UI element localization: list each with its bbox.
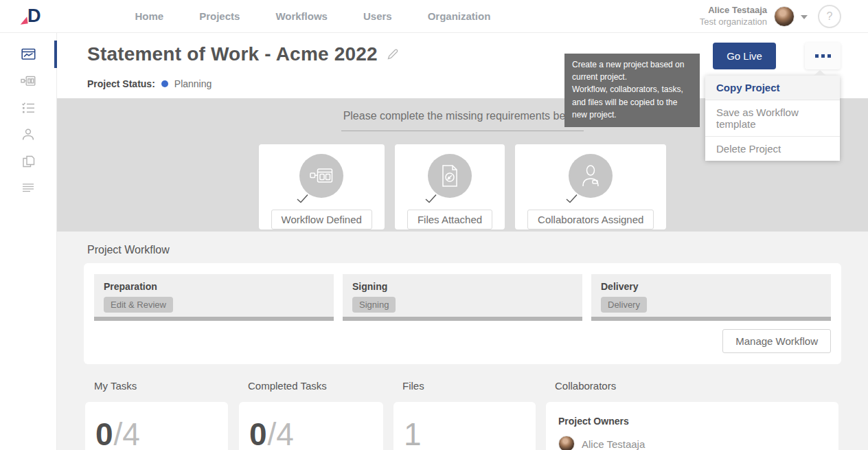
req-card-collaborators: Collaborators Assigned [515, 144, 666, 229]
edit-title-pencil-icon[interactable] [387, 48, 399, 63]
status-dot-icon [161, 80, 168, 87]
sidebar-item-tasks[interactable] [0, 94, 57, 122]
menu-item-copy-project[interactable]: Copy Project [705, 76, 840, 100]
dashboard-icon [21, 47, 36, 61]
check-icon [296, 193, 309, 207]
collaborator-avatar [558, 436, 575, 450]
tasks-icon [21, 102, 35, 114]
collaborators-heading: Collaborators [555, 380, 838, 392]
status-label: Project Status: [87, 78, 155, 89]
page-title: Statement of Work - Acme 2022 [87, 43, 378, 65]
stage-name: Delivery [601, 281, 821, 292]
logo-triangle-icon [19, 16, 27, 24]
completed-tasks-card[interactable]: 0/4 [239, 402, 383, 450]
sidebar-item-files[interactable] [0, 148, 57, 175]
copy-project-tooltip: Create a new project based on current pr… [564, 54, 700, 127]
stage-tag: Signing [352, 297, 396, 313]
question-mark-icon: ? [827, 10, 833, 23]
stage-tag: Edit & Review [104, 297, 173, 313]
files-column: Files 1 [393, 364, 536, 450]
more-actions-button[interactable] [805, 43, 841, 69]
user-avatar[interactable] [774, 6, 795, 27]
user-area: Alice Testaaja Test organization ? [700, 5, 841, 28]
templates-icon [22, 183, 34, 194]
nav-item-home[interactable]: Home [135, 10, 164, 22]
stage-name: Preparation [104, 281, 324, 292]
my-tasks-heading: My Tasks [94, 380, 228, 392]
user-name: Alice Testaaja [700, 5, 767, 16]
collaborators-column: Collaborators Project Owners Alice Testa… [546, 364, 838, 450]
collaborators-card: Project Owners Alice Testaaja [546, 402, 838, 450]
sidebar-item-workflows[interactable] [0, 67, 57, 95]
files-icon [22, 155, 35, 168]
project-owners-label: Project Owners [558, 416, 826, 427]
go-live-button[interactable]: Go Live [713, 43, 776, 69]
workflow-icon [21, 75, 36, 87]
top-navbar: D Home Projects Workflows Users Organiza… [0, 0, 868, 33]
menu-item-save-as-workflow-template[interactable]: Save as Workflow template [705, 100, 840, 137]
menu-caret-icon [814, 70, 826, 76]
check-icon [565, 193, 578, 207]
user-meta: Alice Testaaja Test organization [700, 5, 767, 27]
stage-name: Signing [352, 281, 573, 292]
chevron-down-icon[interactable] [801, 15, 808, 19]
sidebar-item-dashboard[interactable] [0, 41, 57, 68]
files-heading: Files [402, 380, 536, 392]
ellipsis-icon [815, 54, 819, 58]
logo-letter: D [27, 5, 41, 26]
person-circle-icon [569, 154, 613, 198]
user-icon [21, 128, 35, 142]
my-tasks-column: My Tasks 0/4 [85, 364, 228, 450]
completed-tasks-heading: Completed Tasks [248, 380, 383, 392]
my-tasks-total: /4 [114, 416, 140, 450]
completed-tasks-total: /4 [268, 416, 294, 450]
stats-section: My Tasks 0/4 Completed Tasks 0/4 Files 1… [57, 364, 868, 450]
tooltip-line-1: Create a new project based on current pr… [572, 58, 692, 83]
help-button[interactable]: ? [818, 5, 841, 28]
sidebar-item-templates[interactable] [0, 175, 57, 202]
left-sidebar [0, 33, 57, 450]
tooltip-line-2: Workflow, collaborators, tasks, and file… [572, 83, 692, 121]
collaborator-list-item: Alice Testaaja [558, 436, 826, 450]
collaborator-name: Alice Testaaja [582, 438, 645, 450]
workflow-stage-signing: Signing Signing [343, 274, 582, 321]
files-count: 1 [404, 416, 422, 450]
files-attached-button[interactable]: Files Attached [407, 210, 492, 229]
workflow-stage-delivery: Delivery Delivery [591, 274, 831, 321]
stage-tag: Delivery [601, 297, 647, 313]
user-organization: Test organization [700, 16, 767, 27]
menu-item-delete-project[interactable]: Delete Project [705, 137, 840, 161]
nav-item-workflows[interactable]: Workflows [275, 10, 328, 22]
status-value: Planning [174, 78, 212, 89]
req-card-files: Files Attached [395, 144, 505, 229]
manage-workflow-button[interactable]: Manage Workflow [722, 329, 831, 353]
my-tasks-card[interactable]: 0/4 [85, 402, 228, 450]
completed-tasks-done: 0 [249, 416, 268, 450]
sidebar-item-users[interactable] [0, 121, 57, 148]
completed-tasks-column: Completed Tasks 0/4 [239, 364, 383, 450]
app-logo[interactable]: D [27, 7, 41, 25]
nav-item-organization[interactable]: Organization [428, 10, 491, 22]
project-workflow-heading: Project Workflow [87, 244, 170, 256]
collaborators-assigned-button[interactable]: Collaborators Assigned [527, 210, 654, 229]
req-card-workflow: Workflow Defined [259, 144, 385, 229]
requirements-message: Please complete the missing requirements… [341, 110, 584, 131]
more-actions-menu: Copy Project Save as Workflow template D… [705, 76, 840, 161]
nav-item-users[interactable]: Users [363, 10, 392, 22]
my-tasks-done: 0 [95, 416, 114, 450]
project-workflow-card: Preparation Edit & Review Signing Signin… [84, 263, 841, 364]
workflow-stage-preparation: Preparation Edit & Review [94, 274, 334, 321]
project-status-row: Project Status: Planning [87, 78, 212, 89]
file-edit-circle-icon [428, 154, 472, 198]
nav-item-projects[interactable]: Projects [199, 10, 240, 22]
files-card[interactable]: 1 [393, 402, 536, 450]
check-icon [424, 193, 437, 207]
workflow-circle-icon [299, 154, 343, 198]
main-nav: Home Projects Workflows Users Organizati… [135, 10, 491, 22]
workflow-defined-button[interactable]: Workflow Defined [271, 210, 372, 229]
